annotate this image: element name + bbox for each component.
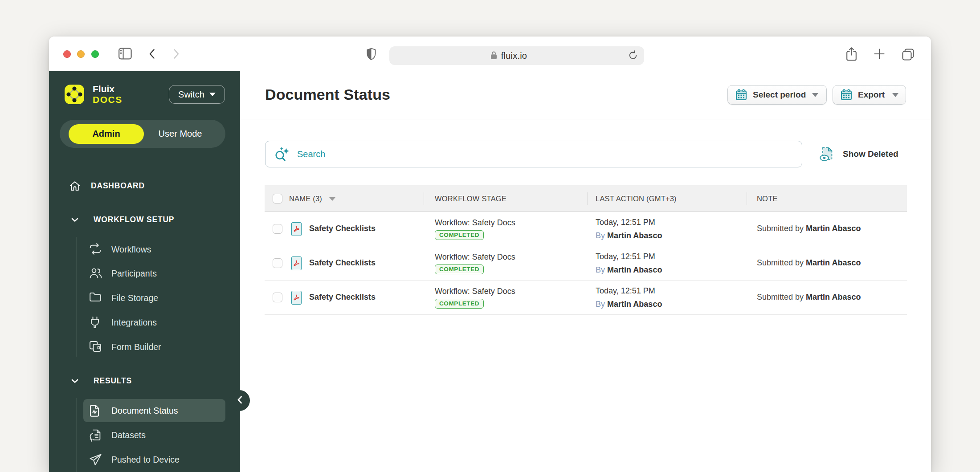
brand-name: Fluix bbox=[93, 84, 114, 94]
last-action-by: By Martin Abasco bbox=[596, 231, 662, 240]
mode-admin-button[interactable]: Admin bbox=[69, 124, 144, 144]
paper-plane-icon bbox=[89, 453, 102, 466]
sidebar-item-workflows[interactable]: Workflows bbox=[78, 240, 229, 259]
brand-product: DOCS bbox=[93, 94, 122, 105]
status-badge: COMPLETED bbox=[435, 230, 484, 240]
caret-down-icon bbox=[892, 93, 898, 97]
sort-caret-icon[interactable] bbox=[329, 197, 335, 201]
column-separator bbox=[587, 192, 588, 205]
lock-icon bbox=[490, 51, 497, 60]
show-deleted-label: Show Deleted bbox=[843, 149, 898, 159]
sidebar-item-pushed-to-device[interactable]: Pushed to Device bbox=[78, 450, 229, 469]
last-action-time: Today, 12:51 PM bbox=[596, 218, 655, 227]
mode-user-button[interactable]: User Mode bbox=[144, 120, 216, 148]
chevron-down-icon bbox=[71, 215, 78, 224]
sidebar-section-workflow-setup[interactable]: WORKFLOW SETUP bbox=[49, 211, 240, 228]
chevron-left-icon bbox=[237, 396, 242, 406]
by-prefix: By bbox=[596, 300, 605, 309]
search-input[interactable]: Search bbox=[265, 141, 802, 167]
workflow-stage-text: Workflow: Safety Docs bbox=[435, 218, 515, 228]
status-badge: COMPLETED bbox=[435, 264, 484, 274]
sidebar-item-label: Participants bbox=[111, 269, 157, 279]
sidebar-section-results[interactable]: RESULTS bbox=[49, 372, 240, 390]
switch-label: Switch bbox=[178, 90, 204, 100]
reload-icon[interactable] bbox=[628, 50, 638, 63]
sidebar-item-integrations[interactable]: Integrations bbox=[78, 313, 229, 332]
column-header-name[interactable]: NAME (3) bbox=[289, 185, 322, 212]
table-row[interactable]: Safety Checklists Workflow: Safety Docs … bbox=[265, 212, 907, 246]
new-tab-icon[interactable] bbox=[874, 49, 885, 61]
last-action-by: By Martin Abasco bbox=[596, 265, 662, 275]
back-icon[interactable] bbox=[148, 49, 155, 61]
mode-toggle: Admin User Mode bbox=[60, 120, 225, 148]
browser-window: fluix.io Fluix DOCS Switch Admin User Mo… bbox=[49, 37, 931, 472]
page-title: Document Status bbox=[265, 86, 390, 103]
export-button[interactable]: Export bbox=[833, 85, 906, 105]
document-name[interactable]: Safety Checklists bbox=[309, 293, 376, 302]
by-name: Martin Abasco bbox=[607, 265, 662, 274]
sidebar-item-datasets[interactable]: Datasets bbox=[78, 425, 229, 445]
note-name: Martin Abasco bbox=[806, 224, 861, 233]
sidebar-item-label: Form Builder bbox=[111, 342, 161, 352]
sidebar-item-form-builder[interactable]: Form Builder bbox=[78, 337, 229, 357]
document-name[interactable]: Safety Checklists bbox=[309, 224, 376, 233]
column-header-note[interactable]: NOTE bbox=[757, 185, 778, 212]
sidebar-item-label: File Storage bbox=[111, 293, 158, 303]
select-all-checkbox[interactable] bbox=[273, 194, 282, 203]
sidebar-item-document-status[interactable]: Document Status bbox=[83, 399, 225, 422]
column-header-workflow-stage[interactable]: WORKFLOW STAGE bbox=[435, 185, 506, 212]
select-period-button[interactable]: Select period bbox=[727, 85, 827, 105]
datasets-icon bbox=[89, 429, 102, 441]
sidebar: Fluix DOCS Switch Admin User Mode DASHBO… bbox=[49, 71, 240, 472]
chevron-down-icon bbox=[71, 376, 78, 386]
fluix-logo[interactable] bbox=[65, 85, 84, 104]
share-icon[interactable] bbox=[846, 47, 857, 63]
plug-icon bbox=[89, 316, 102, 329]
pdf-file-icon bbox=[291, 256, 302, 270]
tab-overview-icon[interactable] bbox=[902, 48, 915, 63]
header-divider bbox=[240, 119, 931, 119]
minimize-window-button[interactable] bbox=[77, 50, 85, 58]
sidebar-item-label: Pushed to Device bbox=[111, 455, 180, 465]
row-checkbox[interactable] bbox=[273, 293, 282, 302]
sidebar-toggle-icon[interactable] bbox=[118, 48, 132, 61]
zoom-window-button[interactable] bbox=[91, 50, 99, 58]
table-row[interactable]: Safety Checklists Workflow: Safety Docs … bbox=[265, 246, 907, 281]
address-bar[interactable]: fluix.io bbox=[389, 46, 644, 65]
forward-icon[interactable] bbox=[173, 49, 180, 61]
form-builder-icon bbox=[89, 341, 102, 353]
status-badge: COMPLETED bbox=[435, 299, 484, 309]
search-sparkle-icon bbox=[274, 146, 290, 162]
sidebar-item-dashboard[interactable]: DASHBOARD bbox=[49, 177, 240, 195]
column-header-last-action[interactable]: LAST ACTION (GMT+3) bbox=[596, 185, 677, 212]
calendar-icon bbox=[735, 89, 747, 101]
sidebar-item-file-storage[interactable]: File Storage bbox=[78, 288, 229, 308]
home-icon bbox=[69, 180, 81, 191]
row-checkbox[interactable] bbox=[273, 258, 282, 268]
workflow-stage-text: Workflow: Safety Docs bbox=[435, 252, 515, 262]
caret-down-icon bbox=[812, 93, 818, 97]
document-name[interactable]: Safety Checklists bbox=[309, 258, 376, 268]
sidebar-item-participants[interactable]: Participants bbox=[78, 264, 229, 283]
last-action-by: By Martin Abasco bbox=[596, 300, 662, 309]
select-period-label: Select period bbox=[753, 90, 806, 100]
table-row[interactable]: Safety Checklists Workflow: Safety Docs … bbox=[265, 281, 907, 315]
row-checkbox[interactable] bbox=[273, 224, 282, 234]
switch-button[interactable]: Switch bbox=[169, 85, 225, 104]
note-name: Martin Abasco bbox=[806, 293, 861, 301]
calendar-icon bbox=[841, 89, 852, 101]
sidebar-item-label: DASHBOARD bbox=[91, 181, 145, 191]
sidebar-collapse-button[interactable] bbox=[229, 390, 250, 411]
main-content: Document Status Select period Export Sea… bbox=[240, 71, 931, 472]
search-placeholder: Search bbox=[297, 149, 325, 159]
note-name: Martin Abasco bbox=[806, 258, 861, 267]
browser-toolbar: fluix.io bbox=[49, 37, 931, 71]
shield-icon[interactable] bbox=[366, 48, 376, 62]
show-deleted-button[interactable]: Show Deleted bbox=[820, 141, 898, 167]
column-separator bbox=[424, 192, 424, 205]
sidebar-section-label: RESULTS bbox=[94, 376, 132, 386]
url-text: fluix.io bbox=[501, 51, 527, 61]
caret-down-icon bbox=[209, 93, 216, 96]
by-name: Martin Abasco bbox=[607, 231, 662, 240]
close-window-button[interactable] bbox=[63, 50, 71, 58]
